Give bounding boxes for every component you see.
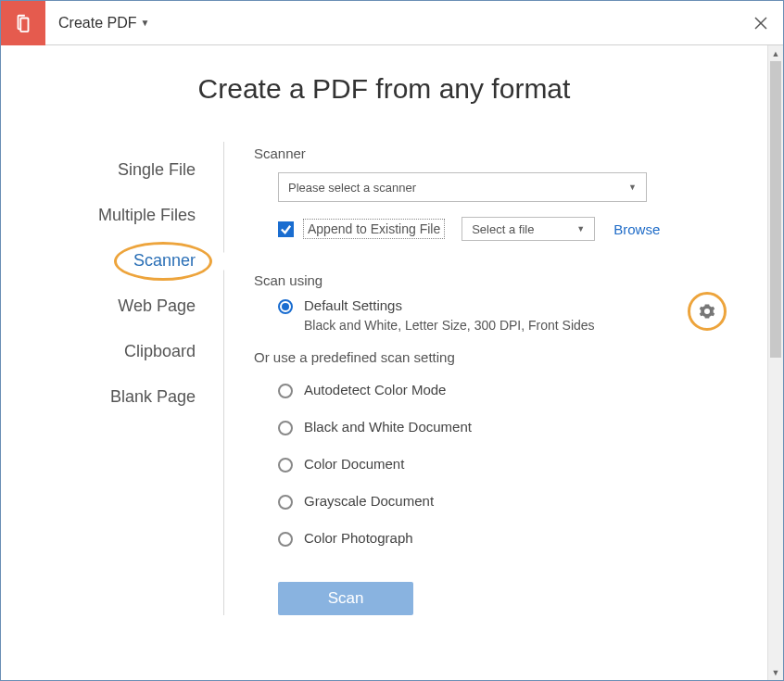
sidebar-item-scanner[interactable]: Scanner [38,238,223,284]
title-dropdown[interactable]: Create PDF ▼ [45,15,739,32]
settings-gear-button[interactable] [688,292,727,331]
sidebar-item-single-file[interactable]: Single File [38,147,223,193]
create-pdf-window: Create PDF ▼ Create a PDF from any forma… [0,0,784,681]
scroll-up-arrow[interactable]: ▲ [768,45,783,61]
radio-label: Black and White Document [304,419,472,435]
sidebar-item-label: Blank Page [110,387,196,406]
sidebar-item-label: Single File [118,160,196,179]
sidebar: Single File Multiple Files Scanner Web P… [38,142,223,615]
radio-input[interactable] [278,532,293,547]
scrollbar-thumb[interactable] [770,61,781,358]
main-panel: Scanner Please select a scanner ▼ Append… [223,142,730,615]
radio-autodetect[interactable]: Autodetect Color Mode [278,382,730,398]
radio-input[interactable] [278,458,293,473]
radio-grayscale-document[interactable]: Grayscale Document [278,493,730,510]
scanner-select[interactable]: Please select a scanner ▼ [278,172,647,202]
radio-label: Color Photograph [304,530,413,546]
radio-label: Color Document [304,456,404,472]
file-select-placeholder: Select a file [472,222,534,236]
default-settings-sub: Black and White, Letter Size, 300 DPI, F… [304,318,730,333]
close-button[interactable] [739,1,783,45]
radio-label: Default Settings [304,297,402,313]
radio-bw-document[interactable]: Black and White Document [278,419,730,435]
radio-color-photograph[interactable]: Color Photograph [278,530,730,547]
sidebar-item-clipboard[interactable]: Clipboard [38,329,223,374]
radio-label: Grayscale Document [304,493,434,509]
page-heading: Create a PDF from any format [38,73,730,105]
radio-input[interactable] [278,384,293,398]
radio-input[interactable] [278,495,293,510]
columns: Single File Multiple Files Scanner Web P… [38,142,730,615]
append-row: Append to Existing File Select a file ▼ … [278,217,730,241]
active-pointer [215,252,224,271]
append-label: Append to Existing File [303,219,445,239]
scan-using-section: Scan using Default Settings Black and Wh… [254,272,730,615]
predefined-list: Autodetect Color Mode Black and White Do… [254,382,730,547]
predefined-label: Or use a predefined scan setting [254,349,730,365]
scanner-section-label: Scanner [254,145,730,161]
scan-button[interactable]: Scan [278,582,413,615]
file-select[interactable]: Select a file ▼ [462,217,595,241]
app-icon [1,1,45,45]
sidebar-item-multiple-files[interactable]: Multiple Files [38,193,223,238]
scan-using-label: Scan using [254,272,730,288]
radio-input[interactable] [278,421,293,435]
vertical-scrollbar[interactable]: ▲ ▼ [767,45,783,680]
sidebar-item-web-page[interactable]: Web Page [38,284,223,329]
sidebar-item-label: Multiple Files [98,206,196,224]
sidebar-item-label: Clipboard [124,342,196,360]
sidebar-item-label: Scanner [133,251,196,270]
body: Create a PDF from any format Single File… [1,45,783,680]
radio-color-document[interactable]: Color Document [278,456,730,473]
sidebar-item-label: Web Page [118,296,196,315]
titlebar: Create PDF ▼ [1,1,783,45]
append-checkbox[interactable] [278,221,294,237]
radio-default-settings[interactable]: Default Settings [278,297,730,314]
gear-icon [699,303,715,320]
sidebar-item-blank-page[interactable]: Blank Page [38,374,223,420]
content: Create a PDF from any format Single File… [1,45,767,680]
scroll-down-arrow[interactable]: ▼ [768,664,783,680]
scanner-select-placeholder: Please select a scanner [288,181,416,195]
radio-input[interactable] [278,299,293,314]
radio-label: Autodetect Color Mode [304,382,446,397]
chevron-down-icon: ▼ [628,183,637,192]
browse-link[interactable]: Browse [613,221,660,237]
chevron-down-icon: ▼ [140,18,149,28]
window-title: Create PDF [58,15,136,32]
chevron-down-icon: ▼ [576,224,585,233]
